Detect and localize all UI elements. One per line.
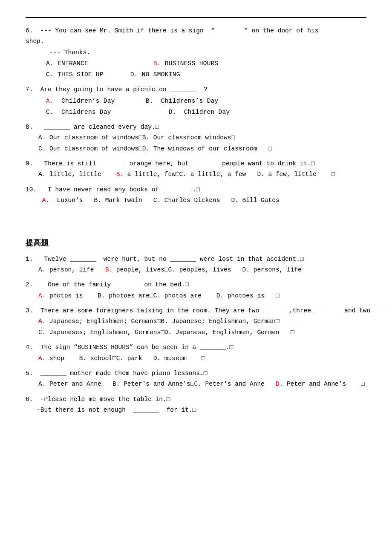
- aq4-answer-a: A.: [38, 355, 46, 362]
- q6-answer-b: B.: [153, 60, 161, 67]
- q6-thanks: --- Thanks.: [38, 47, 366, 58]
- aq5-options: A. Peter and Anne B. Peter's and Anne's□…: [38, 379, 366, 390]
- q7-options2: C. Childrens Day D. Children Day: [38, 107, 366, 118]
- question-6: 6. --- You can see Mr. Smith if there is…: [26, 26, 366, 80]
- aq1-text: 1. Twelve _______ were hurt, but no ____…: [26, 254, 366, 265]
- q7-options1: A. Children’s Day B. Childrens’s Day: [38, 95, 366, 107]
- aq3-text: 3. There are some foreigners talking in …: [26, 306, 366, 316]
- aq1-options: A. person, life B. people, lives□C. peop…: [38, 265, 366, 275]
- aq5-answer-d: D.: [276, 381, 283, 387]
- q9-answer-b: B.: [116, 171, 124, 178]
- q8-options2: C. Our classroom of windows□D. The windo…: [38, 144, 366, 154]
- q8-answer-d: D.: [142, 145, 150, 152]
- aq2-options: A. photos is B. photoes are□C. photos ar…: [38, 291, 366, 301]
- adv-question-4: 4. The sign “BUSINESS HOURS” can be seen…: [26, 342, 366, 364]
- aq4-text: 4. The sign “BUSINESS HOURS” can be seen…: [26, 342, 366, 353]
- question-10: 10. I have never read any books of _____…: [26, 185, 366, 206]
- q7-answer-a: A.: [46, 98, 54, 104]
- aq5-text: 5. _______ mother made them have piano l…: [26, 368, 366, 379]
- aq1-answer-b: B.: [105, 266, 112, 273]
- q6-text: 6. --- You can see Mr. Smith if there is…: [26, 26, 366, 36]
- adv-question-1: 1. Twelve _______ were hurt, but no ____…: [26, 254, 366, 276]
- adv-question-2: 2. One of the family _______ on the bed.…: [26, 280, 366, 301]
- question-8: 8. _______ are cleaned every day.□ A. Ou…: [26, 122, 366, 154]
- question-7: 7. Are they going to have a picnic on __…: [26, 84, 366, 118]
- q9-text: 9. There is still _______ orange here, b…: [26, 159, 366, 169]
- adv-question-3: 3. There are some foreigners talking in …: [26, 306, 366, 338]
- q6-options: A. ENTRANCE B. BUSINESS HOURS: [38, 58, 366, 69]
- q10-answer-a: A.: [42, 197, 49, 204]
- aq6-text1: 6. -Please help me move the table in.□: [26, 394, 366, 405]
- aq3-options1: A. Japanese; Englishmen; Germans□B. Japa…: [38, 316, 366, 327]
- q6-options2: C. THIS SIDE UP D. NO SMOKING: [38, 69, 366, 80]
- question-9: 9. There is still _______ orange here, b…: [26, 159, 366, 180]
- aq2-text: 2. One of the family _______ on the bed.…: [26, 280, 366, 290]
- adv-question-5: 5. _______ mother made them have piano l…: [26, 368, 366, 390]
- q8-text: 8. _______ are cleaned every day.□: [26, 122, 366, 133]
- aq4-options: A. shop B. school□C. park D. museum □: [38, 353, 366, 364]
- aq3-options2: C. Japaneses; Englishmen, Germans□D. Jap…: [38, 327, 366, 338]
- q8-options1: A. Our classroom of windows□B. Our class…: [38, 133, 366, 143]
- aq6-text2: -But there is not enough _______ for it.…: [26, 405, 366, 416]
- section2-title: 提高题: [26, 238, 366, 248]
- q10-text: 10. I have never read any books of _____…: [26, 185, 366, 195]
- q9-options: A. little, little B. a little, few□C. a …: [38, 169, 366, 180]
- q6-text2: shop.: [26, 36, 366, 47]
- aq2-answer-a: A.: [38, 292, 46, 299]
- q7-text: 7. Are they going to have a picnic on __…: [26, 84, 366, 95]
- top-divider: [26, 17, 366, 18]
- q10-options: A. Luxun's B. Mark Twain C. Charles Dick…: [38, 195, 366, 206]
- aq3-answer-a: A.: [38, 318, 46, 325]
- adv-question-6: 6. -Please help me move the table in.□ -…: [26, 394, 366, 416]
